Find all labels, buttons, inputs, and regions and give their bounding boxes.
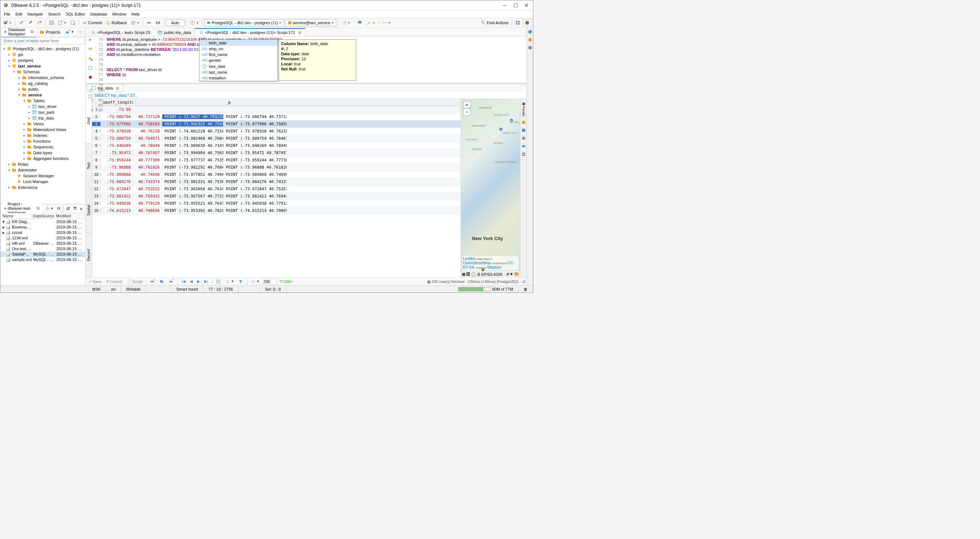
panels-toggle[interactable]: ▦ Panels	[522, 100, 525, 118]
autocomplete-item[interactable]: 123emp_no	[199, 46, 277, 52]
minimize-button[interactable]: ─	[503, 3, 507, 8]
grid-row[interactable]: 8-73.95924440.777309POINT (-73.977737 40…	[92, 157, 461, 164]
tree-item[interactable]: ▸Data types	[0, 150, 85, 155]
project-table[interactable]: ▾ 📊 ER Diagrams2019-08-15 23:01:53.429▸ …	[0, 219, 85, 285]
project-row[interactable]: 📊 1234.erd2019-08-15 23:01:53.352	[0, 235, 85, 241]
strip-icon-2[interactable]	[521, 128, 526, 133]
grid-row[interactable]: 9-73.9688840.761826POINT (-73.982292 40.…	[92, 164, 461, 171]
add-row-icon[interactable]: +	[148, 278, 156, 285]
execute-icon[interactable]	[88, 37, 94, 43]
map-icon-5[interactable]: ⇄▼	[506, 272, 514, 277]
stop-icon[interactable]	[88, 75, 94, 81]
recent-sql-button[interactable]	[69, 19, 77, 26]
sql-editor-button[interactable]: SQL	[47, 19, 55, 26]
tree-item[interactable]: ▸Sequences	[0, 144, 85, 150]
disconnect-all-button[interactable]	[35, 19, 43, 26]
tree-item[interactable]: ▾PostgreSQL - db2.dev - postgres (11)	[0, 46, 85, 52]
map-icon-4[interactable]: 🖨	[477, 272, 480, 276]
map-icon-2[interactable]: 🖼	[466, 272, 470, 276]
tab-script-171[interactable]: <PostgreSQL - db2.dev - postgres (11)> S…	[195, 28, 305, 36]
tab-script-23[interactable]: <PostgreSQL - test> Script-23	[87, 29, 154, 36]
close-icon[interactable]: ⊠	[116, 86, 119, 90]
tree-item[interactable]: ▸Functions	[0, 138, 85, 144]
project-row[interactable]: 📊 HR.erdDBeaver Sample - orcl2019-08-15 …	[0, 241, 85, 246]
link-icon[interactable]: ▼	[380, 19, 392, 26]
autocomplete-item[interactable]: ABCfirst_name	[199, 52, 277, 57]
strip-icon-4[interactable]	[521, 144, 526, 149]
prev-page-icon[interactable]: ◀	[188, 278, 194, 284]
tree-item[interactable]: ▸taxi_driver	[0, 104, 85, 109]
collapse-icon[interactable]: ⇈	[72, 205, 78, 212]
tree-item[interactable]: ▾Schemas	[0, 69, 85, 75]
grid-row[interactable]: 14-73.94503840.779129POINT (-73.955521 4…	[92, 200, 461, 207]
autocomplete-item[interactable]: 🕐hire_date	[199, 63, 277, 69]
cancel-button[interactable]: ✕Cancel	[105, 278, 124, 284]
menu-database[interactable]: Database	[88, 11, 109, 17]
menu-icon[interactable]: ≡	[79, 205, 84, 212]
tree-item[interactable]: ▸trip_data	[0, 115, 85, 121]
explain-icon[interactable]	[88, 65, 94, 71]
tree-item[interactable]: ▾Administer	[0, 167, 85, 173]
autocomplete-item[interactable]: ABClast_name	[199, 69, 277, 75]
refresh-icon[interactable]: ⟳	[56, 205, 62, 212]
map-zoom-in[interactable]: +	[463, 101, 471, 108]
tree-item[interactable]: ▾service	[0, 92, 85, 98]
menu-search[interactable]: Search	[46, 11, 63, 17]
close-button[interactable]: ✕	[524, 3, 529, 8]
menu-sql-editor[interactable]: SQL Editor	[64, 11, 87, 17]
filter-icon[interactable]	[237, 278, 245, 285]
tree-item[interactable]: ▸Materialized Views	[0, 127, 85, 133]
close-icon[interactable]: ⊠	[37, 206, 40, 211]
menu-navigate[interactable]: Navigate	[25, 11, 45, 17]
autocomplete-item[interactable]: ABCmedallion	[199, 75, 277, 81]
gear-icon[interactable]: ▼	[43, 205, 55, 212]
commit-button[interactable]: Commit	[81, 19, 103, 26]
last-page-icon[interactable]: ▶|	[203, 278, 210, 284]
refresh-icon[interactable]: ▼	[224, 278, 235, 285]
autocomplete-item[interactable]: 🕐birth_date	[199, 40, 277, 46]
config-icon[interactable]: ▼	[249, 278, 261, 285]
tree-item[interactable]: ▸public	[0, 86, 85, 92]
grid-row[interactable]: 4-73.97892840.76218POINT (-74.002228 40.…	[92, 128, 461, 135]
strip-icon-3[interactable]	[521, 136, 526, 141]
project-row[interactable]: ▾ 📊 ER Diagrams2019-08-15 23:01:53.429	[0, 219, 85, 225]
grid-row[interactable]: 7-73.9547240.787457POINT (-73.994904 40.…	[92, 149, 461, 157]
grid-row[interactable]: 15-74.01521340.708656POINT (-73.953392 4…	[92, 207, 461, 214]
execute-script-icon[interactable]	[88, 47, 94, 52]
menu-file[interactable]: File	[2, 11, 13, 17]
grid-row[interactable]: 3-73.97706640.758583POINT (-73.992325 40…	[92, 120, 461, 128]
tx-log-button[interactable]: ▼	[129, 19, 141, 26]
execute-new-tab-icon[interactable]	[88, 56, 94, 62]
export-icon[interactable]	[214, 278, 222, 285]
tree-item[interactable]: ▸Views	[0, 121, 85, 127]
sql-editor[interactable]: 707172737475767778798081828384 WHERE td.…	[86, 36, 527, 83]
status-gc-icon[interactable]: 🗑	[519, 287, 533, 291]
find-actions-button[interactable]: Find Actions	[479, 19, 510, 26]
vtab-text[interactable]: Text	[86, 144, 92, 189]
autocomplete-item[interactable]: ABCgender	[199, 57, 277, 63]
close-icon[interactable]: ⊠	[30, 29, 33, 34]
strip-icon-5[interactable]	[521, 152, 526, 157]
tree-item[interactable]: ▸Indexes	[0, 133, 85, 138]
vtab-spatial[interactable]: Spatial	[86, 188, 92, 233]
rollback-button[interactable]: Rollback	[105, 19, 128, 26]
map-zoom-out[interactable]: −	[463, 108, 471, 116]
grid-row[interactable]: 6-73.94026940.78949POINT (-73.989639 40.…	[92, 142, 461, 149]
auto-commit-toggle[interactable]: Auto	[166, 19, 185, 26]
strip-icon-1[interactable]	[521, 120, 526, 126]
settings-icon[interactable]	[88, 88, 94, 94]
menu-window[interactable]: Window	[110, 11, 128, 17]
connect-button[interactable]	[18, 19, 25, 26]
save-button[interactable]: ✓Save	[87, 278, 103, 284]
grid-row[interactable]: 1-73.99	[92, 106, 461, 113]
epsg-dropdown[interactable]: ⊕ EPSG:4326 ▼	[481, 268, 506, 277]
strip-btn-2[interactable]	[528, 37, 533, 43]
list-icon[interactable]: ▼	[340, 19, 352, 26]
vtab-record[interactable]: Record	[86, 233, 92, 277]
cloud-icon[interactable]	[356, 19, 364, 26]
tree-item[interactable]: ▸Aggregate functions	[0, 155, 85, 162]
dup-row-icon[interactable]	[158, 278, 166, 285]
tree-item[interactable]: ▸pg_catalog	[0, 81, 85, 86]
first-page-icon[interactable]: |◀	[180, 278, 187, 284]
tab-trip-data[interactable]: public.trip_data	[154, 29, 195, 36]
